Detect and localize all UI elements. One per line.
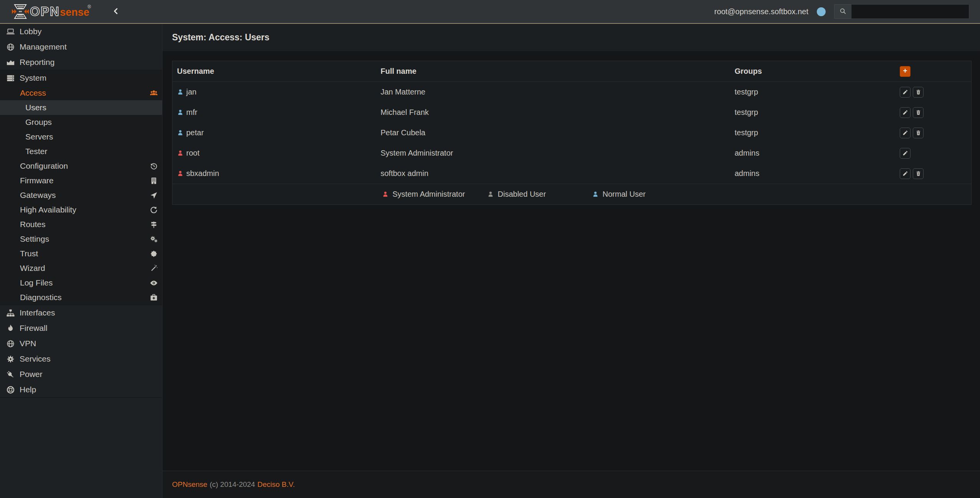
cogs-icon	[149, 235, 158, 243]
sidebar-item-power[interactable]: Power	[0, 367, 162, 382]
globe-icon	[5, 43, 16, 51]
sidebar-item-log-files[interactable]: Log Files	[0, 276, 162, 290]
legend-item-normal: Normal User	[592, 184, 646, 204]
sidebar-item-label: Wizard	[20, 264, 45, 273]
delete-user-button[interactable]	[913, 128, 924, 138]
sidebar-item-vpn[interactable]: VPN	[0, 336, 162, 351]
sidebar-item-label: Configuration	[20, 161, 68, 171]
sidebar-item-firmware[interactable]: Firmware	[0, 173, 162, 188]
opnsense-wordmark: OPN sense ®	[29, 3, 94, 20]
sidebar-item-label: Tester	[25, 147, 47, 156]
edit-user-button[interactable]	[900, 148, 910, 159]
sidebar-item-access[interactable]: Access	[0, 86, 162, 100]
legend-item-disabled: Disabled User	[487, 184, 546, 204]
delete-user-button[interactable]	[913, 87, 924, 98]
logged-in-user[interactable]: root@opnsense.softbox.net	[714, 7, 808, 16]
footer-link-deciso[interactable]: Deciso B.V.	[257, 480, 295, 489]
delete-user-button[interactable]	[913, 168, 924, 179]
sidebar-collapse-button[interactable]	[111, 6, 121, 18]
search-input[interactable]	[852, 4, 969, 19]
sidebar-item-routes[interactable]: Routes	[0, 217, 162, 232]
sidebar-item-label: Firmware	[20, 176, 54, 185]
sitemap-icon	[5, 309, 16, 317]
user-icon	[382, 191, 389, 198]
sidebar-section-main-bottom: InterfacesFirewallVPNServicesPowerHelp	[0, 305, 162, 398]
sidebar-item-groups[interactable]: Groups	[0, 115, 162, 129]
edit-user-button[interactable]	[900, 107, 910, 118]
sidebar-item-system[interactable]: System	[0, 70, 162, 86]
edit-user-button[interactable]	[900, 87, 910, 98]
sidebar-item-configuration[interactable]: Configuration	[0, 159, 162, 173]
laptop-icon	[5, 27, 16, 36]
footer: OPNsense (c) 2014-2024 Deciso B.V.	[162, 471, 980, 498]
edit-user-button[interactable]	[900, 168, 910, 179]
user-icon	[487, 191, 494, 198]
sidebar-item-wizard[interactable]: Wizard	[0, 261, 162, 276]
search-button[interactable]	[834, 4, 852, 19]
user-icon	[177, 109, 184, 116]
sidebar-item-label: Lobby	[20, 27, 41, 36]
delete-user-button[interactable]	[913, 107, 924, 118]
sidebar-item-label: Settings	[20, 234, 49, 244]
opnsense-logo[interactable]: OPN sense ®	[12, 3, 94, 20]
table-row: petarPetar Cubelatestgrp	[172, 123, 971, 143]
sidebar-item-label: Reporting	[20, 58, 55, 67]
topbar-right: root@opnsense.softbox.net	[714, 4, 969, 19]
sidebar-item-users[interactable]: Users	[0, 100, 162, 115]
groups-text: admins	[735, 149, 887, 158]
sidebar-item-label: VPN	[20, 339, 36, 348]
footer-link-opnsense[interactable]: OPNsense	[172, 480, 207, 489]
legend-label: System Administrator	[392, 190, 465, 199]
table-row: janJan Matternetestgrp	[172, 82, 971, 102]
sidebar-item-label: Users	[25, 103, 46, 112]
username-text: jan	[186, 88, 197, 96]
sidebar-item-tester[interactable]: Tester	[0, 144, 162, 159]
medkit-icon	[149, 294, 158, 302]
username-text: sbxadmin	[186, 169, 219, 178]
groups-text: testgrp	[735, 128, 887, 137]
sidebar-item-help[interactable]: Help	[0, 382, 162, 397]
sidebar-item-label: Servers	[25, 132, 53, 141]
building-icon	[149, 177, 158, 185]
user-icon	[177, 170, 184, 177]
history-icon	[149, 162, 158, 170]
sidebar-item-interfaces[interactable]: Interfaces	[0, 305, 162, 320]
sidebar-item-settings[interactable]: Settings	[0, 232, 162, 246]
chevron-left-icon	[112, 7, 120, 16]
edit-user-button[interactable]	[900, 128, 910, 138]
sidebar-item-label: Groups	[25, 118, 52, 127]
sidebar-item-firewall[interactable]: Firewall	[0, 320, 162, 336]
location-arrow-icon	[149, 191, 158, 199]
sidebar-item-servers[interactable]: Servers	[0, 129, 162, 144]
user-icon	[177, 150, 184, 156]
sidebar-item-label: System	[20, 73, 46, 83]
content-header: System: Access: Users	[162, 24, 980, 51]
legend-label: Disabled User	[498, 190, 546, 199]
sidebar-item-reporting[interactable]: Reporting	[0, 55, 162, 70]
fullname-text: softbox admin	[381, 169, 735, 178]
sidebar-item-high-availability[interactable]: High Availability	[0, 203, 162, 217]
sidebar-item-gateways[interactable]: Gateways	[0, 188, 162, 203]
column-header-fullname: Full name	[381, 67, 735, 76]
map-signs-icon	[149, 221, 158, 229]
sidebar-item-label: Gateways	[20, 191, 56, 200]
server-icon	[5, 74, 16, 83]
logo-text-secondary: sense	[60, 7, 89, 18]
add-user-button[interactable]	[900, 66, 910, 77]
sidebar-item-trust[interactable]: Trust	[0, 246, 162, 261]
status-indicator	[817, 7, 826, 16]
sidebar-item-diagnostics[interactable]: Diagnostics	[0, 290, 162, 305]
sidebar-item-lobby[interactable]: Lobby	[0, 24, 162, 39]
legend-row: System AdministratorDisabled UserNormal …	[172, 184, 971, 204]
top-bar: OPN sense ® root@opnsense.softbox.net	[0, 0, 980, 24]
sidebar-item-label: Access	[20, 88, 46, 98]
registered-mark: ®	[88, 4, 91, 10]
sidebar-item-management[interactable]: Management	[0, 39, 162, 55]
sidebar: LobbyManagementReportingSystemAccessUser…	[0, 24, 162, 498]
magic-wand-icon	[149, 264, 158, 272]
sidebar-item-services[interactable]: Services	[0, 351, 162, 367]
table-header-row: Username Full name Groups	[172, 61, 971, 81]
user-icon	[177, 129, 184, 136]
fullname-text: System Administrator	[381, 149, 735, 158]
sidebar-item-label: Routes	[20, 220, 46, 229]
